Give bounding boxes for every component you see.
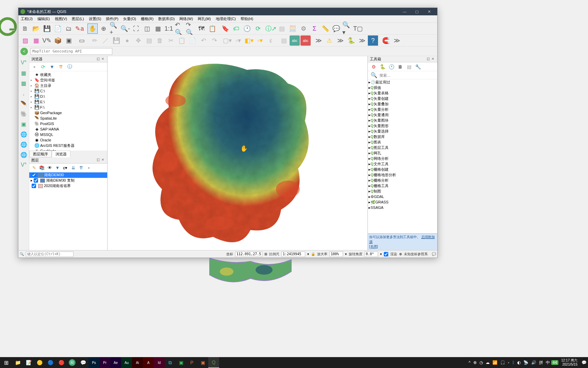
zoom-last-icon[interactable]: ↶🔍 <box>175 24 185 34</box>
minimize-button[interactable]: — <box>398 8 411 15</box>
more4-icon[interactable]: ≫ <box>392 35 402 46</box>
tb-wechat-icon[interactable]: 💬 <box>78 357 88 368</box>
tray-bt-icon[interactable]: ᛒ <box>511 360 516 365</box>
new-map-view-icon[interactable]: 🗺 <box>196 24 207 34</box>
browser-row[interactable]: ▸💾C:\ <box>29 88 107 94</box>
help-icon[interactable]: ? <box>368 35 378 46</box>
tb-ae-icon[interactable]: Ae <box>110 357 121 368</box>
more2-icon[interactable]: ≫ <box>335 35 345 46</box>
titlebar[interactable]: *未命名的工程 — QGIS — ▢ ✕ <box>18 8 437 15</box>
python-icon[interactable]: 🐍 <box>346 35 356 46</box>
add-layer-icon[interactable]: ▫ <box>31 63 38 71</box>
tray-lang2-icon[interactable]: 中 <box>544 360 551 366</box>
toolbox-row[interactable]: ▸Q矢量表格 <box>368 90 437 96</box>
toolbox-row[interactable]: ▸Q制图 <box>368 188 437 194</box>
browser-row[interactable]: ▸🔖空间书签 <box>29 77 107 83</box>
toolbox-row[interactable]: ▸Q矢量图块 <box>368 118 437 123</box>
add-group-icon[interactable]: 📚 <box>38 164 45 171</box>
menu-settings[interactable]: 设置(S) <box>86 16 104 21</box>
tb-edge-icon[interactable]: 🔵 <box>45 357 56 368</box>
zoom-next-icon[interactable]: ↷🔍 <box>185 24 196 34</box>
toolbox-row[interactable]: ▸Q插值 <box>368 85 437 90</box>
tray-app2-icon[interactable]: ◐ <box>516 360 522 365</box>
stats-icon[interactable]: Σ <box>309 24 320 34</box>
mag-input[interactable] <box>329 251 343 257</box>
crs-icon[interactable]: ⊕ <box>399 252 402 256</box>
menu-web[interactable]: 网络(W) <box>177 16 195 21</box>
browser-float-icon[interactable]: ◱ <box>96 57 100 62</box>
tab-layer-order[interactable]: 图层顺序 <box>29 151 52 157</box>
layer-list[interactable]: 湖南DEM30▸湖南DEM30 复制2020湖南省省界 <box>29 172 107 250</box>
toolbox-row[interactable]: ▸Q矢量分析 <box>368 107 437 112</box>
collapse-all-icon[interactable]: ⇈ <box>57 63 65 71</box>
pan-icon[interactable]: ✋ <box>87 24 98 34</box>
v-vector-icon[interactable]: V° <box>19 58 29 67</box>
zoom-native-icon[interactable]: 1:1 <box>164 24 174 34</box>
v-mesh-icon[interactable]: ▩ <box>19 78 29 88</box>
tb-results-icon[interactable]: 🗎 <box>396 63 404 71</box>
menu-raster[interactable]: 栅格(R) <box>138 16 156 21</box>
v-wcs-icon[interactable]: 🌐 <box>19 140 29 149</box>
scale-dropdown-icon[interactable]: ▾ <box>307 252 309 256</box>
toolbox-row[interactable]: ▸Q栅格地形分析 <box>368 172 437 178</box>
toolbox-row[interactable]: ▸Q栅格工具 <box>368 183 437 188</box>
layer-checkbox[interactable] <box>32 173 36 177</box>
toolbox-row[interactable]: ▸Q图层工具 <box>368 145 437 150</box>
map-tips-icon[interactable]: 💬 <box>331 24 341 34</box>
tb-chrome2-icon[interactable]: 🔴 <box>56 357 67 368</box>
toolbox-close-link[interactable]: [关闭] <box>369 245 378 248</box>
v-wfs-icon[interactable]: 🌐 <box>19 150 29 159</box>
tb-acrobat-icon[interactable]: A <box>143 357 154 368</box>
tb-app1-icon[interactable]: ▣ <box>176 357 186 368</box>
browser-row[interactable]: 🪶SpatiaLite <box>29 116 107 121</box>
layer-row[interactable]: ▸湖南DEM30 复制 <box>29 178 107 183</box>
tb-python-icon[interactable]: 🐍 <box>379 63 386 71</box>
tray-battery[interactable]: 44 <box>551 360 558 365</box>
v-postgis-icon[interactable]: 🐘 <box>19 109 29 119</box>
tb-chrome1-icon[interactable]: 🟡 <box>34 357 45 368</box>
collapse-icon[interactable]: ⇈ <box>78 164 84 171</box>
toolbox-row[interactable]: ▸Q图表 <box>368 139 437 145</box>
menu-database[interactable]: 数据库(D) <box>156 16 177 21</box>
new-geopackage-icon[interactable]: 📦 <box>53 35 63 46</box>
tb-model-icon[interactable]: ⚙ <box>370 63 377 71</box>
toolbox-row[interactable]: ▸🕑最近用过 <box>368 79 437 85</box>
menu-plugins[interactable]: 插件(P) <box>103 16 121 21</box>
tray-cloud-icon[interactable]: ☁ <box>484 360 491 365</box>
zoom-layer-icon[interactable]: ▦ <box>153 24 163 34</box>
processing-icon[interactable]: ⚙ <box>298 24 309 34</box>
toolbox-row[interactable]: ▸⚙GDAL <box>368 194 437 199</box>
tray-wifi2-icon[interactable]: 📡 <box>522 360 530 365</box>
open-project-icon[interactable]: 📂 <box>31 24 41 34</box>
new-project-icon[interactable]: 🗎 <box>20 24 30 34</box>
tb-edit-icon[interactable]: ▤ <box>405 63 413 71</box>
toolbox-search-input[interactable] <box>379 73 436 78</box>
identify-icon[interactable]: ⓘ➚ <box>266 24 276 34</box>
layers-float-icon[interactable]: ◱ <box>96 158 100 163</box>
browser-row[interactable]: 📦GeoPackage <box>29 110 107 116</box>
start-button[interactable]: ⊞ <box>0 357 12 368</box>
text-annotation-icon[interactable]: T▢ <box>353 24 363 34</box>
tb-qgis-icon[interactable]: Q <box>208 357 219 368</box>
maximize-button[interactable]: ▢ <box>411 8 423 15</box>
browser-tree[interactable]: ★收藏夹▸🔖空间书签▸🏠主目录▸💾C:\▸💾D:\▸💾E:\▸💾F:\📦GeoP… <box>29 71 107 151</box>
messages-icon[interactable]: 💬 <box>430 252 436 256</box>
select-feature-icon[interactable]: ▭ <box>77 35 87 46</box>
tray-app-icon[interactable]: ▫ <box>507 360 511 365</box>
mag-spin-icon[interactable]: ▾ <box>345 252 347 256</box>
layer-row[interactable]: 2020湖南省省界 <box>29 183 107 189</box>
toolbox-row[interactable]: ▸Q栅格分析 <box>368 178 437 183</box>
toolbox-close-icon[interactable]: ✕ <box>430 57 435 62</box>
browser-row[interactable]: 🌐ArcGIS REST服务器 <box>29 143 107 148</box>
tray-notif-icon[interactable]: 💬 <box>580 360 588 365</box>
zoom-in-icon[interactable]: 🔍+ <box>109 24 119 34</box>
remove-layer-icon[interactable]: ▫ <box>85 164 92 171</box>
new-spatialite-icon[interactable]: ▣ <box>64 35 74 46</box>
menu-help[interactable]: 帮助(H) <box>238 16 256 21</box>
tb-sticky-icon[interactable]: 📝 <box>23 357 34 368</box>
browser-row[interactable]: ◈SAP HANA <box>29 126 107 132</box>
more3-icon[interactable]: ≫ <box>357 35 367 46</box>
rot-input[interactable] <box>364 251 378 257</box>
geocoding-input[interactable] <box>31 48 112 55</box>
tb-ai-icon[interactable]: Ai <box>132 357 143 368</box>
